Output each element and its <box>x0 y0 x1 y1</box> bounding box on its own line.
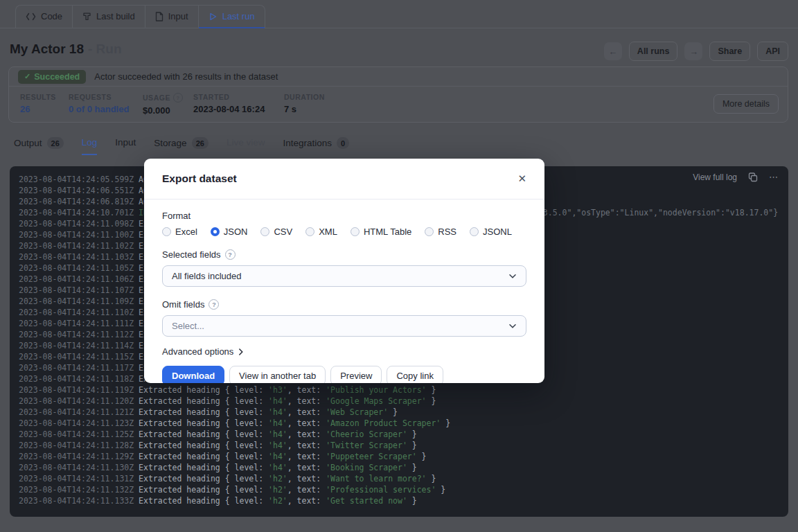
api-button[interactable]: API <box>757 42 788 61</box>
run-summary-card: ✓ Succeeded Actor succeeded with 26 resu… <box>8 66 788 123</box>
check-icon: ✓ <box>24 72 30 81</box>
omit-fields-dropdown[interactable]: Select... <box>162 315 526 337</box>
close-icon[interactable]: ✕ <box>517 172 526 185</box>
log-line: 2023-08-04T14:24:11.128Z Extracted headi… <box>19 440 788 451</box>
modal-body: Format ExcelJSONCSVXMLHTML TableRSSJSONL… <box>144 200 544 383</box>
radio-icon <box>305 227 314 236</box>
help-icon[interactable]: ? <box>173 93 183 103</box>
omit-fields-placeholder: Select... <box>172 321 204 331</box>
advanced-options-toggle[interactable]: Advanced options <box>162 346 526 357</box>
status-badge-label: Succeeded <box>34 72 80 82</box>
format-radio-xml[interactable]: XML <box>305 227 337 237</box>
top-tab-last-run[interactable]: Last run <box>199 6 265 28</box>
format-label: Format <box>162 211 526 221</box>
top-tab-last-build[interactable]: Last build <box>73 6 145 28</box>
view-full-log-link[interactable]: View full log <box>693 172 737 183</box>
count-badge: 0 <box>337 137 349 149</box>
format-radio-csv[interactable]: CSV <box>260 227 292 237</box>
radio-icon <box>470 227 479 236</box>
actor-name: My Actor 18 <box>10 42 84 56</box>
copy-icon[interactable] <box>748 172 758 182</box>
count-badge: 26 <box>47 137 64 149</box>
selected-fields-label: Selected fields <box>162 249 221 260</box>
format-radio-excel[interactable]: Excel <box>162 227 197 237</box>
status-row: ✓ Succeeded Actor succeeded with 26 resu… <box>9 67 788 87</box>
radio-icon <box>211 227 220 236</box>
log-menu-button[interactable]: ⋯ <box>769 172 779 183</box>
log-line: 2023-08-04T14:24:11.121Z Extracted headi… <box>19 407 788 418</box>
code-icon <box>26 12 36 21</box>
format-radio-html-table[interactable]: HTML Table <box>351 227 411 237</box>
stat-usage: USAGE?$0.000 <box>143 93 183 116</box>
arrow-right-icon: → <box>689 46 698 57</box>
count-badge: 26 <box>192 137 209 149</box>
selected-fields-dropdown[interactable]: All fields included <box>162 265 526 287</box>
download-button[interactable]: Download <box>162 366 224 383</box>
chevron-right-icon <box>238 348 244 356</box>
log-line: 2023-08-04T14:24:11.131Z Extracted headi… <box>19 473 788 484</box>
advanced-options-label: Advanced options <box>162 346 233 357</box>
log-line: 2023-08-04T14:24:11.129Z Extracted headi… <box>19 451 788 462</box>
top-tab-input[interactable]: Input <box>145 6 199 28</box>
stat-requests: REQUESTS0 of 0 handled <box>69 93 129 114</box>
play-icon <box>209 12 218 21</box>
modal-header: Export dataset ✕ <box>144 159 544 200</box>
more-details-button[interactable]: More details <box>713 94 779 114</box>
run-tab-storage[interactable]: Storage26 <box>154 137 209 157</box>
status-badge: ✓ Succeeded <box>18 70 86 84</box>
modal-actions: Download View in another tab Preview Cop… <box>162 366 526 383</box>
status-message: Actor succeeded with 26 results in the d… <box>94 71 278 82</box>
radio-icon <box>162 227 171 236</box>
log-line: 2023-08-04T14:24:11.130Z Extracted headi… <box>19 462 788 473</box>
top-tab-group: CodeLast buildInputLast run <box>15 5 265 28</box>
log-line: 2023-08-04T14:24:11.120Z Extracted headi… <box>19 396 788 407</box>
run-suffix: - Run <box>88 42 122 56</box>
export-dataset-modal: Export dataset ✕ Format ExcelJSONCSVXMLH… <box>144 159 544 383</box>
help-icon[interactable]: ? <box>225 249 236 260</box>
format-radio-jsonl[interactable]: JSONL <box>470 227 512 237</box>
radio-icon <box>425 227 434 236</box>
stat-results: RESULTS26 <box>20 93 56 114</box>
previous-run-button[interactable]: ← <box>604 42 622 60</box>
preview-button[interactable]: Preview <box>330 366 382 383</box>
format-radio-rss[interactable]: RSS <box>425 227 456 237</box>
log-line: 2023-08-04T14:24:11.132Z Extracted headi… <box>19 484 788 495</box>
omit-fields-label: Omit fields <box>162 299 204 310</box>
format-radio-group: ExcelJSONCSVXMLHTML TableRSSJSONL <box>162 227 526 237</box>
run-tab-live-view: Live view <box>227 137 265 155</box>
next-run-button[interactable]: → <box>684 42 702 60</box>
page-title: My Actor 18- Run <box>10 42 122 57</box>
run-tab-input[interactable]: Input <box>115 137 136 155</box>
file-icon <box>155 12 163 21</box>
radio-icon <box>351 227 360 236</box>
share-button[interactable]: Share <box>709 42 750 61</box>
arrow-left-icon: ← <box>608 46 617 57</box>
help-icon[interactable]: ? <box>209 299 219 310</box>
build-tab-bar: CodeLast buildInputLast run <box>0 0 798 28</box>
run-tab-output[interactable]: Output26 <box>14 137 64 157</box>
stats-row: RESULTS26REQUESTS0 of 0 handledUSAGE?$0.… <box>9 87 788 123</box>
selected-fields-value: All fields included <box>172 271 241 281</box>
chevron-down-icon <box>508 323 517 329</box>
log-line: 2023-08-04T14:24:11.119Z Extracted headi… <box>19 384 788 396</box>
view-in-another-tab-button[interactable]: View in another tab <box>229 366 326 383</box>
top-tab-code[interactable]: Code <box>16 6 73 28</box>
run-tab-integrations[interactable]: Integrations0 <box>283 137 349 157</box>
log-line: 2023-08-04T14:24:11.125Z Extracted headi… <box>19 429 788 440</box>
header-actions: ← All runs → Share API <box>604 42 788 61</box>
log-toolbar: View full log ⋯ <box>693 172 779 183</box>
radio-icon <box>260 227 269 236</box>
all-runs-button[interactable]: All runs <box>629 42 678 61</box>
run-tab-bar: Output26LogInputStorage26Live viewIntegr… <box>14 137 349 157</box>
log-line: 2023-08-04T14:24:11.133Z Extracted headi… <box>19 495 788 506</box>
copy-link-button[interactable]: Copy link <box>387 366 443 383</box>
run-tab-log[interactable]: Log <box>82 137 98 155</box>
log-line: 2023-08-04T14:24:11.123Z Extracted headi… <box>19 418 788 429</box>
chevron-down-icon <box>508 274 517 279</box>
modal-title: Export dataset <box>162 172 237 185</box>
stat-started: STARTED2023-08-04 16:24 <box>193 93 265 114</box>
format-radio-json[interactable]: JSON <box>211 227 248 237</box>
stat-duration: DURATION7 s <box>284 93 325 114</box>
hammer-icon <box>82 12 91 21</box>
